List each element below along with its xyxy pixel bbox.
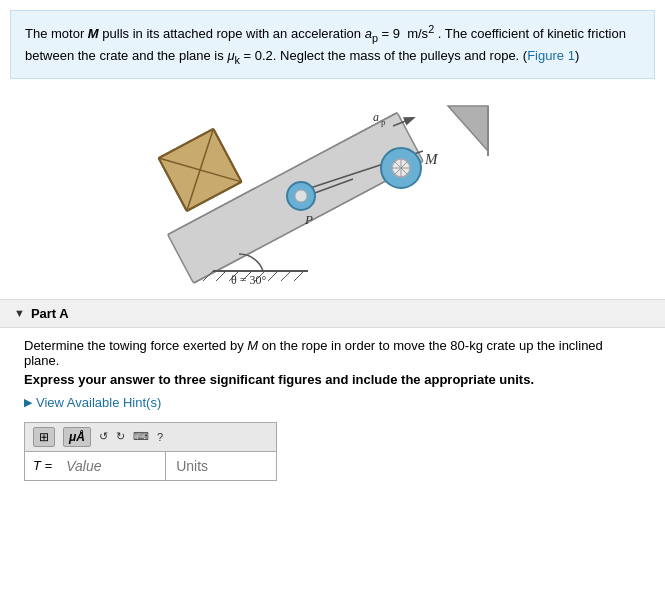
figure-link[interactable]: Figure 1 — [527, 48, 575, 63]
answer-row: T = — [25, 452, 276, 480]
svg-point-13 — [295, 190, 307, 202]
keyboard-icon[interactable]: ⌨ — [133, 430, 149, 443]
pulley-label: P — [304, 212, 313, 227]
part-a-content: Determine the towing force exerted by M … — [0, 328, 665, 495]
diagram-svg: M P a p θ = 30° — [153, 96, 513, 296]
help-icon[interactable]: ? — [157, 431, 163, 443]
hint-arrow-icon: ▶ — [24, 396, 32, 409]
svg-marker-23 — [448, 106, 488, 151]
redo-icon[interactable]: ↻ — [116, 430, 125, 443]
svg-text:a: a — [373, 110, 379, 124]
answer-toolbar: ⊞ μÅ ↺ ↻ ⌨ ? — [25, 423, 276, 452]
answer-box: ⊞ μÅ ↺ ↻ ⌨ ? T = — [24, 422, 277, 481]
part-label: Part A — [31, 306, 69, 321]
problem-text: The motor M pulls in its attached rope w… — [25, 26, 626, 63]
diagram-area: M P a p θ = 30° — [0, 89, 665, 299]
format-button[interactable]: ⊞ — [33, 427, 55, 447]
part-section-a: ▼ Part A — [0, 299, 665, 328]
part-instruction: Express your answer to three significant… — [24, 372, 641, 387]
hint-label: View Available Hint(s) — [36, 395, 161, 410]
units-input[interactable] — [166, 452, 276, 480]
part-description: Determine the towing force exerted by M … — [24, 338, 641, 368]
svg-line-31 — [268, 271, 278, 281]
svg-line-32 — [281, 271, 291, 281]
value-input[interactable] — [56, 452, 166, 480]
svg-line-33 — [294, 271, 304, 281]
part-arrow: ▼ — [14, 307, 25, 319]
problem-statement: The motor M pulls in its attached rope w… — [10, 10, 655, 79]
svg-text:θ = 30°: θ = 30° — [231, 273, 267, 287]
hint-link[interactable]: ▶ View Available Hint(s) — [24, 395, 641, 410]
mu-label: μÅ — [69, 430, 85, 444]
undo-icon[interactable]: ↺ — [99, 430, 108, 443]
motor-label: M — [424, 151, 439, 167]
format-icon: ⊞ — [39, 430, 49, 444]
svg-line-27 — [216, 271, 226, 281]
t-equals-label: T = — [25, 452, 56, 479]
mu-button[interactable]: μÅ — [63, 427, 91, 447]
svg-text:p: p — [381, 117, 386, 127]
